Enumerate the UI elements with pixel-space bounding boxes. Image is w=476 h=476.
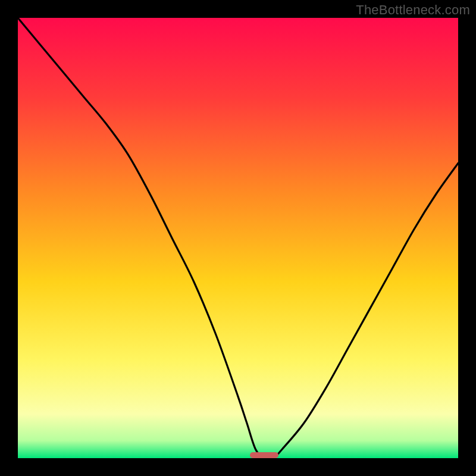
watermark-text: TheBottleneck.com (356, 2, 470, 18)
gradient-background (18, 18, 458, 458)
optimal-point-marker (250, 452, 278, 458)
chart-frame (18, 18, 458, 458)
svg-rect-0 (18, 18, 458, 458)
